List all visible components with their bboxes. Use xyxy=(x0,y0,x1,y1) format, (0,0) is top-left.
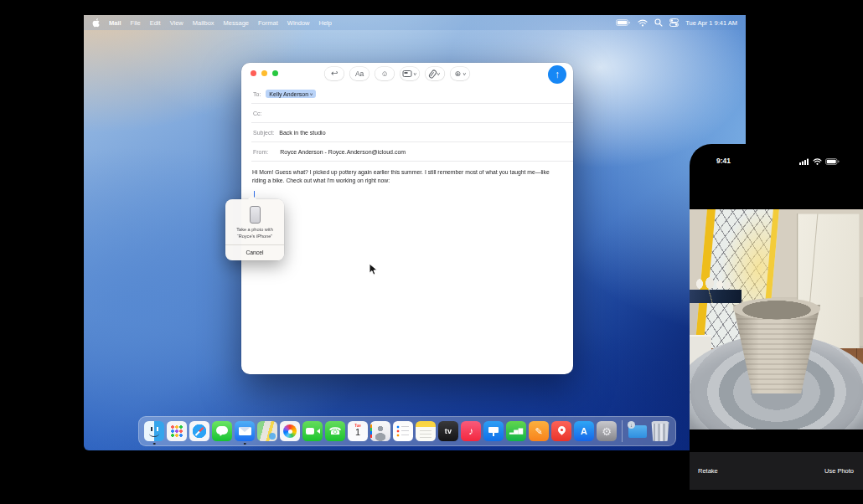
chevron-down-icon: ∨ xyxy=(413,71,417,76)
mail-compose-window: ↩Aa☺∨∨⊕∨ ↑ To: Kelly Anderson ∨ Cc: Subj… xyxy=(241,63,573,374)
screen: MailFileEditViewMailboxMessageFormatWind… xyxy=(0,0,863,504)
chevron-down-icon: ∨ xyxy=(309,92,313,96)
chevron-down-icon: ∨ xyxy=(462,71,466,76)
dock-launchpad[interactable] xyxy=(167,421,187,441)
window-titlebar[interactable]: ↩Aa☺∨∨⊕∨ ↑ xyxy=(241,63,573,85)
dock-maps[interactable] xyxy=(257,421,277,441)
notes-icon xyxy=(416,421,436,441)
dock-mail[interactable] xyxy=(235,421,255,441)
message-body[interactable]: Hi Mom! Guess what? I picked up pottery … xyxy=(241,162,573,198)
subject-label: Subject: xyxy=(253,130,274,136)
popover-text-line2: “Royce's iPhone” xyxy=(225,234,284,240)
contacts-icon xyxy=(370,421,390,441)
send-button[interactable]: ↑ xyxy=(548,65,566,84)
ceramic-pieces xyxy=(691,276,740,290)
messages-icon xyxy=(212,421,232,441)
subject-value: Back in the studio xyxy=(279,130,325,136)
reminders-icon xyxy=(393,421,413,441)
keynote-icon xyxy=(483,421,504,441)
dock-keynote[interactable] xyxy=(483,421,504,441)
dock-messages[interactable] xyxy=(212,421,232,441)
dock-music[interactable]: ♪ xyxy=(461,421,481,441)
dock-phone[interactable]: ☎ xyxy=(325,421,345,441)
menu-help[interactable]: Help xyxy=(318,19,331,27)
battery-icon[interactable] xyxy=(616,19,631,27)
undo-icon[interactable]: ↩ xyxy=(325,67,344,80)
iphone-status-bar: 9:41 xyxy=(690,153,863,168)
send-arrow-icon: ↑ xyxy=(555,69,560,80)
dock-notes[interactable] xyxy=(416,421,436,441)
from-field-row[interactable]: From: Royce Anderson - Royce.Anderson@ic… xyxy=(241,142,573,161)
to-field-row[interactable]: To: Kelly Anderson ∨ xyxy=(241,85,573,103)
dock-numbers[interactable]: ▂▅▇ xyxy=(506,421,526,441)
attachment-icon[interactable]: ∨ xyxy=(426,67,445,80)
popover-text-line1: Take a photo with xyxy=(225,227,284,234)
menu-items: MailFileEditViewMailboxMessageFormatWind… xyxy=(92,18,332,28)
menu-message[interactable]: Message xyxy=(224,19,249,27)
camera-action-bar: Retake Use Photo xyxy=(690,452,863,490)
cancel-button[interactable]: Cancel xyxy=(225,245,284,260)
menu-file[interactable]: File xyxy=(131,19,141,27)
dock-rocket[interactable] xyxy=(551,421,571,441)
cc-label: Cc: xyxy=(253,111,262,116)
dock-reminders[interactable] xyxy=(393,421,413,441)
emoji-icon[interactable]: ☺ xyxy=(375,67,395,80)
mouse-pointer xyxy=(369,263,379,280)
dock-pages[interactable]: ✎ xyxy=(529,421,549,441)
dock-contacts[interactable] xyxy=(370,421,390,441)
from-label: From: xyxy=(253,149,268,155)
menu-window[interactable]: Window xyxy=(287,19,310,27)
menu-mailbox[interactable]: Mailbox xyxy=(193,19,214,27)
dock-facetime[interactable] xyxy=(302,421,323,441)
menu-view[interactable]: View xyxy=(170,19,183,27)
dock-safari[interactable] xyxy=(189,421,209,441)
compose-toolbar-icons: ↩Aa☺∨∨⊕∨ xyxy=(325,67,470,80)
music-icon: ♪ xyxy=(461,421,481,441)
numbers-icon: ▂▅▇ xyxy=(506,421,526,441)
cc-field-row[interactable]: Cc: xyxy=(241,104,573,122)
dock-appstore[interactable]: A xyxy=(574,421,594,441)
menu-edit[interactable]: Edit xyxy=(150,19,161,27)
iphone-clock: 9:41 xyxy=(716,157,731,165)
menu-clock[interactable]: Tue Apr 1 9:41 AM xyxy=(685,19,737,27)
settings-icon: ⚙ xyxy=(597,421,617,441)
recipient-token[interactable]: Kelly Anderson ∨ xyxy=(266,90,316,98)
recipient-name: Kelly Anderson xyxy=(269,91,308,97)
cellular-signal-icon xyxy=(799,153,809,168)
control-center-icon[interactable] xyxy=(669,18,679,27)
appletv-icon: tv xyxy=(438,421,458,441)
dock-settings[interactable]: ⚙ xyxy=(597,421,617,441)
trash-icon xyxy=(650,421,670,441)
header-fields-icon[interactable]: ∨ xyxy=(400,67,420,80)
dock-finder[interactable] xyxy=(144,421,164,441)
retake-button[interactable]: Retake xyxy=(698,467,718,475)
dock-appletv[interactable]: tv xyxy=(438,421,458,441)
subject-field-row[interactable]: Subject: Back in the studio xyxy=(241,123,573,141)
search-icon[interactable] xyxy=(654,18,663,27)
format-icon[interactable]: Aa xyxy=(350,67,369,80)
iphone-icon xyxy=(250,206,261,224)
menu-format[interactable]: Format xyxy=(258,19,278,27)
downloads-icon: ↓ xyxy=(628,421,648,441)
minimize-button[interactable] xyxy=(261,70,267,76)
pages-icon: ✎ xyxy=(529,421,549,441)
wifi-icon xyxy=(813,153,822,168)
apple-menu-icon[interactable] xyxy=(92,18,100,28)
insert-media-icon[interactable]: ⊕∨ xyxy=(451,67,470,80)
running-indicator xyxy=(244,443,246,445)
menu-bar: MailFileEditViewMailboxMessageFormatWind… xyxy=(84,15,746,30)
dock-trash[interactable] xyxy=(650,421,670,441)
dock-calendar[interactable]: Tue1 xyxy=(348,421,368,441)
running-indicator xyxy=(153,443,156,445)
take-photo-popover: Take a photo with “Royce's iPhone” Cance… xyxy=(225,199,284,260)
dock-downloads[interactable]: ↓ xyxy=(628,421,648,441)
phone-icon: ☎ xyxy=(325,421,345,441)
close-button[interactable] xyxy=(251,70,256,76)
use-photo-button[interactable]: Use Photo xyxy=(824,467,854,475)
dock-photos[interactable] xyxy=(280,421,300,441)
menu-mail[interactable]: Mail xyxy=(109,19,121,27)
clay-bowl xyxy=(733,298,820,393)
zoom-button[interactable] xyxy=(272,70,278,76)
launchpad-icon xyxy=(167,421,187,441)
wifi-icon[interactable] xyxy=(638,19,648,27)
